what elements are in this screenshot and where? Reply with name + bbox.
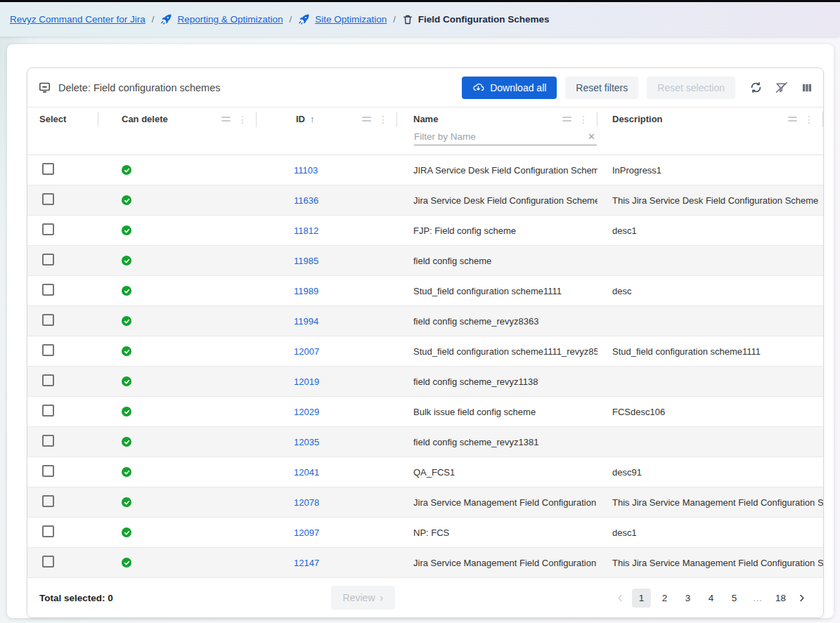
trash-icon (402, 13, 413, 25)
column-header-id[interactable]: ID ↑ ⋮ (257, 112, 397, 127)
row-id-link[interactable]: 11989 (294, 286, 318, 296)
row-id-link[interactable]: 11994 (294, 316, 318, 327)
pagination-page-1[interactable]: 1 (632, 589, 651, 608)
download-all-button[interactable]: Download all (462, 77, 557, 99)
can-delete-check-icon (122, 437, 131, 447)
pagination-page-4[interactable]: 4 (702, 589, 721, 608)
row-select-checkbox[interactable] (42, 465, 54, 477)
table-header-row: Select Can delete ⋮ ID ↑ ⋮ Name (27, 107, 823, 131)
row-select-checkbox[interactable] (42, 193, 54, 205)
breadcrumb-item-home: Revyz Command Center for Jira (10, 14, 146, 25)
total-selected-count: 0 (108, 593, 113, 603)
grid-footer: Total selected: 0 Review › 12345…18 (27, 578, 823, 617)
row-select-checkbox[interactable] (42, 344, 54, 356)
row-id-link[interactable]: 12147 (294, 558, 319, 568)
column-menu-icon[interactable]: ⋮ (378, 114, 388, 125)
grid-title: Delete: Field configuration schemes (38, 81, 221, 94)
row-id-link[interactable]: 12097 (294, 527, 319, 538)
row-id-link[interactable]: 12078 (294, 497, 319, 508)
row-select-checkbox[interactable] (42, 435, 54, 447)
total-selected: Total selected: 0 (39, 593, 113, 603)
pagination-pages: 12345…18 (632, 589, 790, 608)
columns-icon[interactable] (801, 81, 813, 94)
row-id-link[interactable]: 11636 (294, 195, 318, 206)
column-header-description[interactable]: Description ⋮ (597, 112, 823, 127)
pagination-next-icon[interactable] (794, 594, 809, 603)
row-name: Jira Service Management Field Configurat… (413, 497, 597, 508)
row-id-link[interactable]: 12007 (294, 346, 319, 357)
row-name: Jira Service Management Field Configurat… (413, 558, 597, 568)
row-id-link[interactable]: 12019 (294, 376, 319, 387)
breadcrumb-link-home[interactable]: Revyz Command Center for Jira (10, 14, 146, 25)
refresh-icon[interactable] (749, 81, 763, 94)
row-select-checkbox[interactable] (42, 314, 54, 326)
row-description: Stud_field configuration scheme1111 (612, 346, 823, 357)
row-description: This Jira Service Desk Field Configurati… (612, 195, 823, 206)
row-id-link[interactable]: 12041 (294, 467, 319, 478)
breadcrumb-link-reporting[interactable]: Reporting & Optimization (177, 14, 283, 25)
row-select-checkbox[interactable] (42, 525, 54, 537)
table-row: 12147 Jira Service Management Field Conf… (27, 548, 823, 578)
row-name: field config scheme_revyz1381 (413, 437, 597, 447)
reset-filters-button[interactable]: Reset filters (565, 77, 638, 99)
console-icon (38, 81, 51, 94)
can-delete-check-icon (122, 195, 131, 205)
row-description: desc91 (612, 467, 823, 478)
reset-selection-button[interactable]: Reset selection (647, 77, 735, 99)
breadcrumb: Revyz Command Center for Jira / Reportin… (0, 2, 840, 37)
row-name: field config scheme_revyz8363 (413, 316, 597, 327)
filter-lines-icon[interactable] (362, 117, 371, 122)
can-delete-check-icon (122, 225, 131, 235)
column-header-can-delete[interactable]: Can delete ⋮ (98, 112, 257, 127)
chevron-right-icon: › (380, 592, 384, 603)
can-delete-check-icon (122, 527, 131, 537)
rocket-icon (298, 13, 310, 25)
column-menu-icon[interactable]: ⋮ (579, 114, 588, 125)
grid-toolbar: Delete: Field configuration schemes Down… (27, 68, 823, 107)
breadcrumb-link-site-optimization[interactable]: Site Optimization (315, 14, 387, 25)
row-select-checkbox[interactable] (42, 495, 54, 507)
review-button[interactable]: Review › (331, 586, 396, 610)
row-select-checkbox[interactable] (42, 284, 54, 296)
column-menu-icon[interactable]: ⋮ (238, 114, 247, 125)
row-description: desc1 (612, 527, 823, 538)
column-menu-icon[interactable]: ⋮ (804, 114, 814, 125)
row-description: desc (612, 286, 823, 296)
name-filter-input[interactable] (414, 131, 586, 142)
row-select-checkbox[interactable] (42, 405, 54, 417)
pagination-page-2[interactable]: 2 (655, 589, 674, 608)
filter-lines-icon[interactable] (788, 117, 797, 122)
can-delete-check-icon (122, 467, 131, 477)
table-row: 12078 Jira Service Management Field Conf… (27, 487, 823, 518)
table-row: 11985 field config scheme (27, 246, 823, 276)
column-header-name[interactable]: Name ⋮ (397, 112, 597, 127)
row-id-link[interactable]: 12035 (294, 437, 319, 447)
row-name: NP: FCS (413, 527, 597, 538)
row-name: Bulk issue field config scheme (413, 407, 597, 417)
floating-filter-row: ✕ (27, 131, 823, 155)
row-description: This Jira Service Management Field Confi… (612, 497, 823, 508)
row-select-checkbox[interactable] (42, 254, 54, 265)
pagination-prev-icon[interactable] (613, 594, 628, 603)
pagination-ellipsis: … (748, 589, 767, 608)
row-select-checkbox[interactable] (42, 163, 54, 175)
row-select-checkbox[interactable] (42, 556, 54, 568)
row-description: desc1 (612, 225, 823, 236)
filter-lines-icon[interactable] (221, 117, 231, 122)
pagination-page-3[interactable]: 3 (678, 589, 697, 608)
pagination-page-5[interactable]: 5 (725, 589, 744, 608)
row-id-link[interactable]: 11103 (294, 165, 318, 176)
page-background: Delete: Field configuration schemes Down… (0, 37, 840, 623)
row-select-checkbox[interactable] (42, 223, 54, 235)
filter-lines-icon[interactable] (562, 117, 571, 122)
row-select-checkbox[interactable] (42, 374, 54, 386)
row-id-link[interactable]: 12029 (294, 407, 319, 417)
breadcrumb-separator: / (393, 14, 396, 25)
filter-off-icon[interactable] (775, 81, 789, 95)
row-id-link[interactable]: 11812 (294, 225, 318, 236)
pagination-page-18[interactable]: 18 (771, 589, 790, 608)
clear-filter-icon[interactable]: ✕ (586, 131, 597, 142)
table-row: 11989 Stud_field configuration scheme111… (27, 276, 823, 306)
table-row: 12035 field config scheme_revyz1381 (27, 427, 823, 457)
row-id-link[interactable]: 11985 (294, 256, 318, 266)
